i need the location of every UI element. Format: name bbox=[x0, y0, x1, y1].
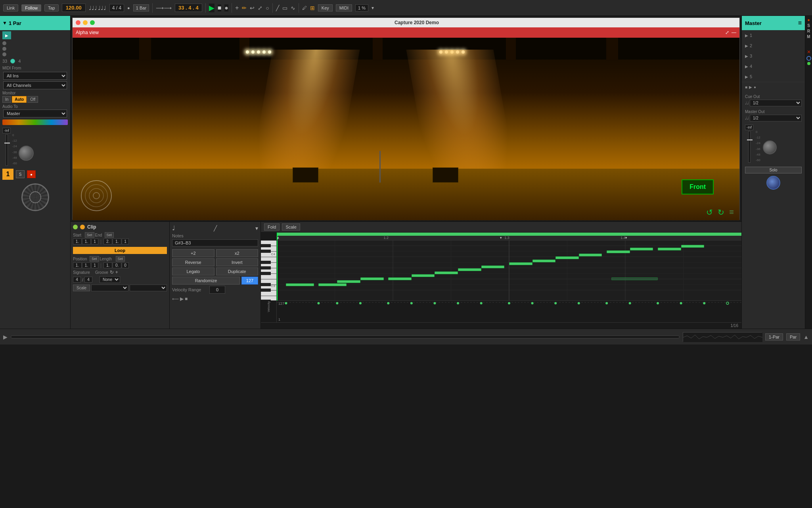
note-9[interactable] bbox=[481, 266, 505, 268]
window-min-btn[interactable] bbox=[83, 20, 88, 25]
reverse-btn[interactable]: Reverse bbox=[172, 258, 214, 266]
bottom-scrollbar[interactable] bbox=[11, 335, 680, 339]
note-1[interactable] bbox=[286, 283, 314, 286]
start-val-2[interactable]: 1. bbox=[82, 239, 91, 244]
record-button[interactable]: ● bbox=[224, 4, 228, 12]
scale-btn[interactable]: Scale bbox=[73, 285, 90, 291]
master-play-5[interactable]: ▶ bbox=[745, 75, 748, 79]
sig-top-val[interactable]: 4 bbox=[73, 277, 81, 283]
monitor-auto-btn[interactable]: Auto bbox=[12, 96, 27, 103]
add-icon[interactable]: + bbox=[235, 4, 239, 12]
groove-select[interactable]: None bbox=[100, 276, 120, 283]
master-record-icon[interactable]: ● bbox=[754, 85, 756, 89]
pencil2-icon[interactable]: 🖊 bbox=[302, 5, 307, 11]
start-val-3[interactable]: 1 bbox=[91, 239, 98, 244]
clip-region-bar[interactable] bbox=[277, 233, 741, 236]
key-button[interactable]: Key bbox=[318, 4, 333, 12]
pb-play-btn[interactable]: ▶ bbox=[180, 296, 184, 302]
groove-cycle-icon[interactable]: ↻ bbox=[110, 269, 114, 275]
circle-icon[interactable]: ○ bbox=[266, 5, 269, 11]
rect-icon[interactable]: ▭ bbox=[282, 5, 287, 11]
note-roll-grid[interactable] bbox=[277, 241, 741, 300]
note-8[interactable] bbox=[458, 268, 481, 271]
r-icon-s[interactable]: S bbox=[807, 23, 810, 28]
audio-to-select[interactable]: Master bbox=[3, 110, 67, 117]
loop-btn[interactable]: Loop bbox=[73, 247, 167, 254]
time-signature[interactable]: 4 / 4 bbox=[109, 4, 124, 12]
groove-add-icon[interactable]: + bbox=[115, 269, 118, 275]
r-icon-x[interactable]: ✕ bbox=[807, 49, 811, 55]
master-out-select[interactable]: 1/2 bbox=[750, 115, 802, 121]
len-set-btn[interactable]: Set bbox=[116, 256, 125, 262]
expand-icon[interactable]: ⤢ bbox=[258, 5, 262, 11]
menu-icon[interactable]: ≡ bbox=[729, 208, 734, 217]
track-fader-track[interactable] bbox=[6, 134, 8, 166]
master-play-icon[interactable]: ▶ bbox=[749, 85, 752, 89]
position-display[interactable]: 33 . 4 . 4 bbox=[175, 4, 202, 12]
invert-btn[interactable]: Invert bbox=[216, 258, 259, 266]
draw-icon[interactable]: ╱ bbox=[276, 5, 279, 11]
pb-stop-btn[interactable]: ■ bbox=[185, 296, 188, 302]
pb-back-btn[interactable]: ⟵ bbox=[172, 296, 179, 302]
sig-bot-val[interactable]: 4 bbox=[84, 277, 92, 283]
midi-channel-select[interactable]: All Channels bbox=[3, 81, 67, 89]
monitor-off-btn[interactable]: Off bbox=[27, 96, 38, 103]
midi-from-select[interactable]: All Ins bbox=[3, 72, 67, 80]
track-volume-knob[interactable] bbox=[19, 146, 34, 161]
pos-set-btn[interactable]: Set bbox=[90, 256, 99, 262]
track-fader-thumb[interactable] bbox=[4, 142, 10, 144]
end-set-btn[interactable]: Set bbox=[105, 232, 114, 238]
legato-btn[interactable]: Legato bbox=[172, 267, 214, 275]
master-menu-icon[interactable]: ≡ bbox=[798, 19, 802, 27]
notes-draw-icon[interactable]: ╱ bbox=[214, 225, 217, 231]
r-icon-r[interactable]: R bbox=[807, 29, 810, 33]
track-play-button[interactable]: ▶ bbox=[2, 31, 11, 39]
bb-up-btn[interactable]: ▲ bbox=[803, 334, 809, 340]
master-play-1[interactable]: ▶ bbox=[745, 33, 748, 38]
note-2[interactable] bbox=[318, 283, 346, 286]
note-long[interactable] bbox=[611, 277, 658, 280]
velocity-range-val[interactable]: 0 bbox=[209, 286, 225, 294]
notes-x2-btn[interactable]: x2 bbox=[216, 249, 259, 257]
bar-dropdown[interactable]: 1 Bar bbox=[133, 4, 149, 12]
master-fader-track[interactable] bbox=[748, 131, 751, 163]
velocity-val-display[interactable]: 127 bbox=[241, 277, 258, 285]
solo-btn[interactable]: S bbox=[16, 170, 25, 178]
monitor-in-btn[interactable]: In bbox=[2, 96, 11, 103]
end-val-2[interactable]: 1. bbox=[113, 239, 121, 244]
notes-plus2-btn[interactable]: +2 bbox=[172, 249, 214, 257]
alpha-icon-minimize[interactable]: — bbox=[732, 30, 736, 35]
track-collapse-arrow[interactable]: ▼ bbox=[2, 20, 7, 26]
end-val-1[interactable]: 2. bbox=[103, 239, 112, 244]
midi-button[interactable]: MIDI bbox=[336, 4, 352, 12]
scale-select1[interactable] bbox=[91, 285, 128, 291]
note-6[interactable] bbox=[412, 274, 435, 277]
start-val-1[interactable]: 1. bbox=[73, 239, 82, 244]
note-14[interactable] bbox=[607, 250, 630, 253]
window-close-btn[interactable] bbox=[76, 20, 80, 25]
len-val-3[interactable]: 0 bbox=[122, 262, 129, 268]
stop-button[interactable]: ■ bbox=[218, 4, 222, 12]
pencil-icon[interactable]: ✏ bbox=[242, 5, 247, 11]
note-16[interactable] bbox=[658, 248, 681, 250]
recycle-icon2[interactable]: ↻ bbox=[718, 208, 724, 217]
r-icon-m[interactable]: M bbox=[807, 35, 810, 39]
channel-number-btn[interactable]: 1 bbox=[2, 169, 13, 180]
note-7[interactable] bbox=[435, 271, 458, 274]
pos-val-3[interactable]: 1 bbox=[91, 262, 98, 268]
grid-size-label[interactable]: 1/16 bbox=[731, 323, 738, 328]
play-button[interactable]: ▶ bbox=[209, 4, 214, 12]
duplicate-btn[interactable]: Duplicate bbox=[216, 267, 259, 275]
bb-play-btn[interactable]: ▶ bbox=[3, 334, 8, 340]
wave-icon[interactable]: ∿ bbox=[291, 5, 295, 11]
scale-select2[interactable] bbox=[130, 285, 167, 291]
pos-val-1[interactable]: 1. bbox=[73, 262, 82, 268]
master-solo-btn[interactable]: Solo bbox=[745, 167, 802, 173]
note-10[interactable] bbox=[509, 262, 532, 265]
cue-out-select[interactable]: 1/2 bbox=[750, 100, 802, 106]
master-play-2[interactable]: ▶ bbox=[745, 44, 748, 48]
tempo-display[interactable]: 120.00 bbox=[62, 4, 86, 12]
fold-btn[interactable]: Fold bbox=[264, 223, 280, 231]
len-val-1[interactable]: 1. bbox=[103, 262, 112, 268]
note-17[interactable] bbox=[681, 245, 705, 248]
